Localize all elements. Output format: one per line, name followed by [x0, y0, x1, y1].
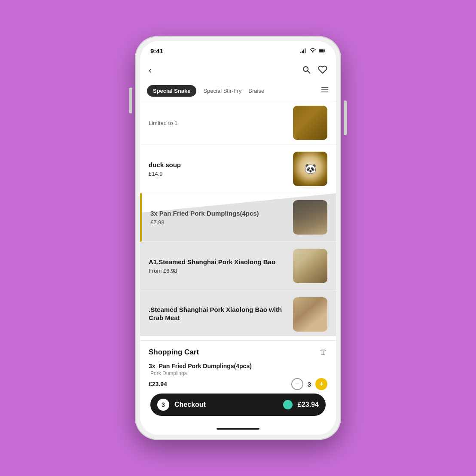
checkout-label: Checkout	[174, 401, 283, 409]
svg-rect-1	[302, 51, 303, 53]
category-tabs: Special Snake Special Stir-Fry Braise	[140, 81, 336, 101]
list-item[interactable]: A1.Steamed Shanghai Pork Xiaolong Bao Fr…	[140, 242, 336, 290]
cart-item-row1: 3x Pan Fried Pork Dumplings(4pcs)	[149, 363, 327, 369]
menu-item-info: Limited to 1	[149, 120, 293, 126]
menu-item-info: .Steamed Shanghai Pork Xiaolong Bao with…	[149, 305, 293, 324]
heart-icon[interactable]	[318, 65, 327, 76]
menu-item-image: 🐼	[293, 152, 327, 186]
cart-header: Shopping Cart 🗑	[149, 348, 327, 357]
item-name: A1.Steamed Shanghai Pork Xiaolong Bao	[149, 258, 288, 266]
list-item[interactable]: Limited to 1	[140, 101, 336, 145]
nav-icons	[302, 65, 327, 76]
item-price: £14.9	[149, 171, 288, 177]
tab-special-snake[interactable]: Special Snake	[147, 85, 196, 97]
list-item[interactable]: .Steamed Shanghai Pork Xiaolong Bao with…	[140, 290, 336, 336]
search-icon[interactable]	[302, 65, 311, 76]
item-price: £7.98	[150, 219, 288, 226]
svg-rect-2	[303, 49, 304, 53]
list-item[interactable]: duck soup £14.9 🐼	[140, 145, 336, 193]
cart-item-desc: Pork Dumplings	[150, 370, 327, 376]
signal-icon	[300, 47, 307, 54]
tab-special-stirfry[interactable]: Special Stir-Fry	[203, 88, 241, 94]
list-item[interactable]: 3x Pan Fried Pork Dumplings(4pcs) £7.98	[140, 193, 336, 242]
battery-icon	[319, 47, 326, 54]
limited-label: Limited to 1	[149, 120, 288, 126]
cart-qty-label: 3x	[149, 363, 156, 369]
status-icons	[300, 47, 326, 54]
cart-sheet: Shopping Cart 🗑 3x Pan Fried Pork Dumpli…	[140, 340, 336, 423]
item-name: .Steamed Shanghai Pork Xiaolong Bao with…	[149, 305, 288, 322]
back-button[interactable]: ‹	[149, 65, 152, 76]
cart-item-name: Pan Fried Pork Dumplings(4pcs)	[159, 363, 252, 369]
cart-title: Shopping Cart	[149, 348, 199, 357]
svg-rect-5	[319, 49, 323, 52]
menu-item-image	[293, 249, 327, 283]
item-price: From £8.98	[149, 268, 288, 274]
checkout-dot	[283, 400, 293, 409]
menu-item-image	[293, 297, 327, 332]
svg-rect-3	[305, 49, 305, 53]
phone-frame: 9:41 ‹ Special Snake Special Stir-Fry	[135, 36, 341, 440]
menu-icon[interactable]	[320, 85, 329, 96]
status-time: 9:41	[150, 47, 163, 55]
menu-item-info: duck soup £14.9	[149, 161, 293, 177]
qty-number: 3	[308, 381, 311, 388]
tab-braise[interactable]: Braise	[248, 88, 264, 94]
increase-qty-button[interactable]: +	[315, 378, 327, 390]
menu-item-image	[293, 106, 327, 140]
cart-item-row2: £23.94 − 3 +	[149, 378, 327, 390]
item-name: duck soup	[149, 161, 288, 169]
top-nav: ‹	[140, 60, 336, 81]
menu-item-image	[293, 200, 327, 235]
menu-content: Limited to 1 duck soup £14.9 🐼	[140, 101, 336, 340]
qty-controls: − 3 +	[291, 378, 327, 390]
menu-item-info: 3x Pan Fried Pork Dumplings(4pcs) £7.98	[150, 209, 293, 226]
menu-item-info: A1.Steamed Shanghai Pork Xiaolong Bao Fr…	[149, 258, 293, 275]
cart-item: 3x Pan Fried Pork Dumplings(4pcs) Pork D…	[149, 363, 327, 390]
checkout-count: 3	[157, 399, 169, 411]
status-bar: 9:41	[140, 41, 336, 60]
item-name: 3x Pan Fried Pork Dumplings(4pcs)	[150, 209, 288, 218]
checkout-price: £23.94	[298, 401, 319, 409]
home-bar	[217, 428, 259, 430]
menu-list: Limited to 1 duck soup £14.9 🐼	[140, 101, 336, 336]
svg-rect-0	[300, 52, 301, 53]
checkout-bar[interactable]: 3 Checkout £23.94	[150, 394, 326, 416]
home-indicator	[140, 423, 336, 435]
cart-item-price: £23.94	[149, 381, 167, 388]
wifi-icon	[309, 47, 316, 54]
phone-screen: 9:41 ‹ Special Snake Special Stir-Fry	[140, 41, 336, 435]
trash-icon[interactable]: 🗑	[320, 348, 327, 357]
decrease-qty-button[interactable]: −	[291, 378, 303, 390]
svg-line-7	[308, 70, 310, 73]
